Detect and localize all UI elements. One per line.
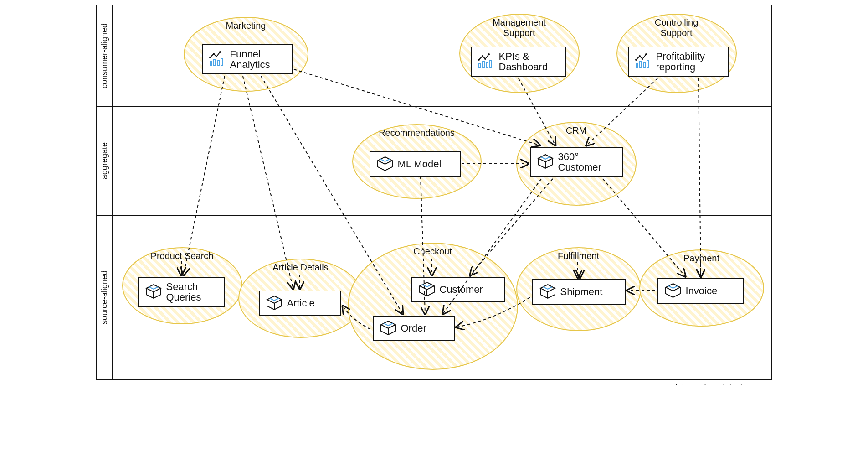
diagram-stage: consumer-aligned aggregate source-aligne… <box>96 5 772 380</box>
product-ml-model: ML Model <box>370 151 461 177</box>
product-funnel-analytics: Funnel Analytics <box>202 44 293 74</box>
product-360-customer: 360° Customer <box>530 147 623 177</box>
row-aggregate <box>97 106 771 107</box>
box-icon <box>380 320 396 337</box>
box-icon <box>665 283 681 299</box>
domain-label: Checkout <box>349 246 517 257</box>
box-icon <box>419 281 435 298</box>
domain-label: Recommendations <box>353 128 481 138</box>
product-search-queries: Search Queries <box>138 277 225 307</box>
product-label: Search Queries <box>166 281 201 302</box>
domain-label: Management Support <box>460 17 579 38</box>
product-label: Funnel Analytics <box>230 49 270 70</box>
row-label-source: source-aligned <box>100 220 112 375</box>
domain-label: Article Details <box>239 262 362 273</box>
row-label-aggregate: aggregate <box>100 110 112 211</box>
box-icon <box>537 154 554 170</box>
product-shipment: Shipment <box>532 279 626 305</box>
domain-label: CRM <box>517 125 636 136</box>
box-icon <box>145 284 162 300</box>
product-label: 360° Customer <box>558 151 601 172</box>
domain-label: Payment <box>640 253 763 264</box>
row-label-consumer: consumer-aligned <box>100 10 112 101</box>
product-label: Invoice <box>686 285 718 296</box>
edge-profit-to-invoice <box>699 78 701 276</box>
box-icon <box>539 284 556 300</box>
product-label: Article <box>287 298 315 308</box>
product-label: KPIs & Dashboard <box>499 51 548 72</box>
product-label: Profitability reporting <box>656 51 705 72</box>
edge-funnel-to-article <box>243 76 293 288</box>
product-label: ML Model <box>398 159 442 169</box>
product-label: Order <box>401 323 426 333</box>
domain-checkout: Checkout <box>348 243 518 370</box>
product-kpis-dashboard: KPIs & Dashboard <box>471 47 566 77</box>
domain-label: Marketing <box>185 21 308 31</box>
domain-label: Fulfillment <box>517 251 640 261</box>
chart-icon <box>635 53 652 70</box>
product-profitability-reporting: Profitability reporting <box>628 47 729 77</box>
product-article: Article <box>259 291 341 316</box>
footer-attribution: datamesh-architecture.com <box>96 382 772 385</box>
product-invoice: Invoice <box>657 278 744 304</box>
product-label: Customer <box>440 284 483 295</box>
domain-label: Controlling Support <box>617 17 736 38</box>
chart-icon <box>209 51 226 67</box>
box-icon <box>377 156 393 172</box>
product-label: Shipment <box>560 286 603 297</box>
product-customer: Customer <box>411 277 505 302</box>
product-order: Order <box>373 316 455 341</box>
chart-icon <box>478 53 494 70</box>
row-source <box>97 215 771 216</box>
domain-label: Product Search <box>123 251 241 261</box>
box-icon <box>266 295 282 311</box>
